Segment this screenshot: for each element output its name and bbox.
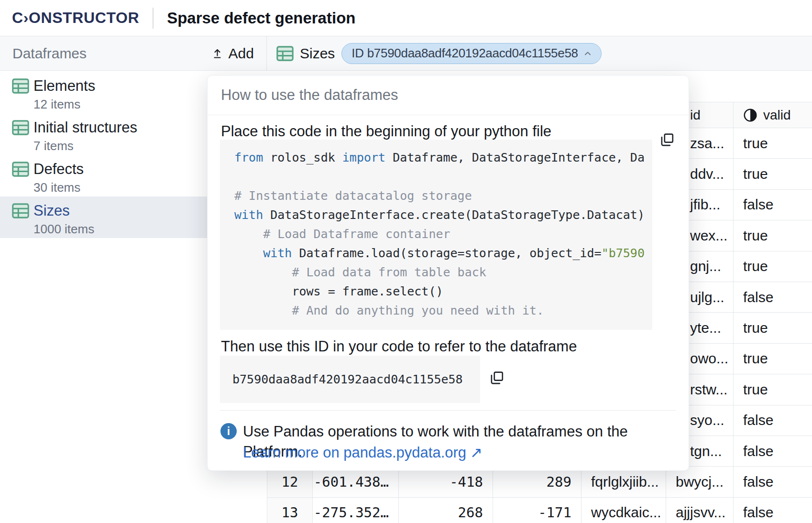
cell-valid: false [734, 190, 812, 220]
copy-code-button[interactable] [659, 132, 675, 148]
pandas-link[interactable]: Learn more on pandas.pydata.org ↗ [243, 443, 483, 463]
table-icon [12, 203, 29, 218]
column-header-label: id [690, 108, 701, 123]
popover-footer-divider [220, 410, 676, 411]
table-row: 12-601.438…-418289fqrlglxjiib...bwycj...… [267, 467, 812, 497]
dataframe-id-badge[interactable]: ID b7590daa8adf420192aacd04c1155e58 [341, 43, 601, 64]
contrast-circle-icon [743, 108, 757, 122]
popover-title-divider [208, 115, 689, 115]
dataframes-label: Dataframes [12, 45, 87, 62]
table-icon [12, 78, 29, 94]
chevron-up-icon [582, 48, 593, 59]
column-header-valid: valid [734, 102, 812, 128]
cell-value-1: -275.352… [313, 498, 399, 523]
selected-dataframe-header: Sizes ID b7590daa8adf420192aacd04c1155e5… [267, 36, 602, 70]
code-line: # Load data from table back [234, 263, 652, 282]
table-icon [12, 120, 29, 135]
dataframe-id-box: b7590daa8adf420192aacd04c1155e58 [220, 356, 480, 403]
code-block: from rolos_sdk import Dataframe, DataSto… [220, 140, 652, 330]
table-icon [12, 162, 29, 177]
app: C›ONSTRUCTOR Sparse defect generation Da… [0, 0, 812, 523]
code-instruction: Place this code in the beginning of your… [221, 121, 551, 142]
cell-value-2: -418 [399, 467, 493, 497]
code-line: from rolos_sdk import Dataframe, DataSto… [234, 148, 652, 167]
copy-id-button[interactable] [489, 370, 505, 386]
add-dataframe-button[interactable]: Add [211, 45, 254, 62]
dataframe-name: Sizes [33, 202, 70, 219]
upload-arrow-icon [211, 47, 224, 60]
cell-valid: true [734, 251, 812, 282]
cell-valid: true [734, 220, 812, 251]
header-divider [153, 8, 154, 29]
id-instruction: Then use this ID in your code to refer t… [221, 337, 577, 357]
cell-valid: true [734, 313, 812, 343]
cell-name: fqrlglxjiib... [582, 467, 666, 497]
page-title: Sparse defect generation [167, 9, 355, 27]
cell-value-2: 268 [399, 498, 493, 523]
cell-id: bwycj... [666, 467, 734, 497]
cell-valid: true [734, 159, 812, 189]
code-line: with Dataframe.load(storage=storage, obj… [234, 244, 652, 263]
code-line: rows = frame.select() [234, 282, 652, 301]
cell-valid: true [734, 128, 812, 158]
info-circle-icon: i [220, 423, 237, 439]
cell-valid: false [734, 436, 812, 466]
cell-value-3: 289 [493, 467, 582, 497]
cell-value-1: -601.438… [313, 467, 399, 497]
table-row: 13-275.352…268-171wycdkaic...ajjjsvv...f… [267, 498, 812, 523]
dataframes-panel-header: Dataframes Add [0, 36, 267, 70]
pandas-link-label: Learn more on pandas.pydata.org [243, 443, 466, 463]
code-line: # Load Dataframe container [234, 225, 652, 244]
dataframe-name: Initial structures [33, 119, 137, 136]
cell-valid: true [734, 344, 812, 374]
code-line [234, 167, 652, 186]
constructor-logo: C›ONSTRUCTOR [12, 9, 139, 27]
arrow-up-right-icon: ↗ [470, 443, 483, 463]
cell-row-number: 12 [267, 467, 313, 497]
dataframe-id-badge-label: ID b7590daa8adf420192aacd04c1155e58 [351, 46, 578, 61]
toolbar: Dataframes Add Sizes ID b7590daa8adf4201 [0, 36, 812, 71]
selected-dataframe-name: Sizes [300, 45, 335, 62]
column-header-label: valid [763, 108, 791, 123]
cell-valid: false [734, 498, 812, 523]
dataframe-name: Defects [33, 161, 84, 178]
cell-row-number: 13 [267, 498, 313, 523]
cell-value-3: -171 [493, 498, 582, 523]
code-line: # Instantiate datacatalog storage [234, 186, 652, 206]
how-to-use-popover: How to use the dataframes Place this cod… [207, 75, 689, 471]
cell-name: wycdkaic... [582, 498, 666, 523]
popover-title: How to use the dataframes [221, 85, 398, 105]
cell-valid: false [734, 467, 812, 497]
dataframe-name: Elements [33, 77, 95, 95]
app-header: C›ONSTRUCTOR Sparse defect generation [0, 0, 812, 36]
cell-valid: false [734, 405, 812, 436]
table-icon [276, 46, 294, 61]
add-button-label: Add [229, 45, 254, 62]
code-line: with DataStorageInterface.create(DataSto… [234, 206, 652, 225]
cell-valid: false [734, 282, 812, 312]
cell-id: ajjjsvv... [666, 498, 734, 523]
code-line: # And do anything you need with it. [234, 301, 652, 320]
cell-valid: true [734, 374, 812, 404]
